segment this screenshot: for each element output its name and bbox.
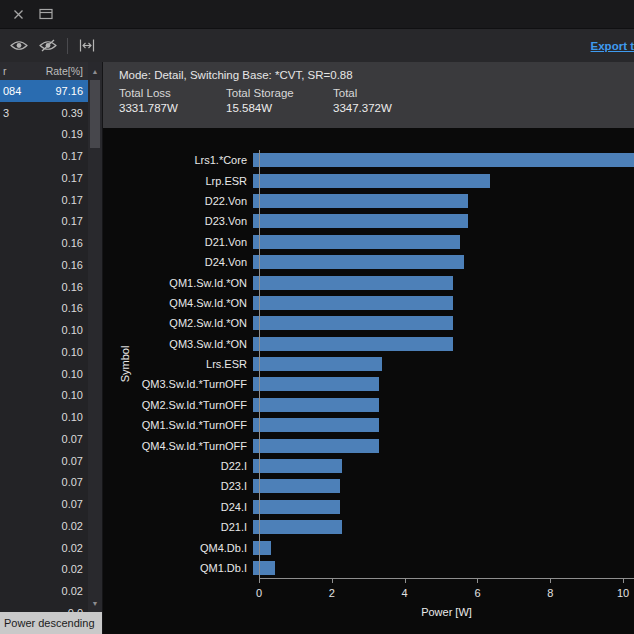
dock-icon[interactable] [38,6,54,22]
loss-table-panel: r Rate[%] 08497.1630.390.190.170.170.170… [0,62,88,634]
table-row[interactable]: 08497.16 [0,80,88,102]
title-bar [0,0,634,28]
table-row[interactable]: 0.17 [0,167,88,189]
bar[interactable] [253,153,634,167]
table-row[interactable]: 0.10 [0,341,88,363]
bar-track [253,398,634,412]
x-tick-marks [259,579,634,583]
main-area: r Rate[%] 08497.1630.390.190.170.170.170… [0,62,634,634]
total-storage-stat: Total Storage 15.584W [226,87,333,114]
table-row[interactable]: 0.10 [0,363,88,385]
bar[interactable] [253,459,342,473]
total-storage-value: 15.584W [226,102,333,114]
table-row[interactable]: 0.02 [0,559,88,581]
x-tick-mark [332,579,333,583]
bar[interactable] [253,357,382,371]
eye-icon[interactable] [9,36,29,56]
table-row[interactable]: 0.07 [0,428,88,450]
rate-cell: 0.02 [32,563,88,575]
total-stat: Total 3347.372W [333,87,440,114]
bar[interactable] [253,561,275,575]
table-row[interactable]: 0.16 [0,232,88,254]
bar-track [253,214,634,228]
table-row[interactable]: 0.10 [0,406,88,428]
bar[interactable] [253,194,468,208]
scroll-up-arrow-icon[interactable]: ▲ [88,64,102,78]
x-tick-mark [405,579,406,583]
bar-label: D23.I [103,480,253,492]
export-link[interactable]: Export t [591,40,634,52]
bar[interactable] [253,337,453,351]
bar[interactable] [253,377,379,391]
bar-label: D24.I [103,501,253,513]
rate-cell: 0.16 [32,237,88,249]
bar-label: QM3.Sw.Id.*TurnOFF [103,378,253,390]
table-row[interactable]: 0.02 [0,515,88,537]
rate-cell: 0.02 [32,585,88,597]
bar[interactable] [253,398,379,412]
scroll-down-arrow-icon[interactable]: ▼ [88,596,102,610]
bar-label: D22.Von [103,195,253,207]
vertical-scrollbar[interactable]: ▲ ▼ [88,62,102,634]
power-bar-chart: Symbol Lrs1.*CoreLrp.ESRD22.VonD23.VonD2… [103,128,634,634]
bar-track [253,418,634,432]
chart-bar-row: Lrs.ESR [103,354,634,374]
bar[interactable] [253,296,453,310]
table-row[interactable]: 0.02 [0,580,88,602]
table-row[interactable]: 30.39 [0,102,88,124]
chart-bar-row: D24.Von [103,252,634,272]
chart-bar-row: D23.I [103,476,634,496]
rate-column-header[interactable]: Rate[%] [32,65,88,77]
bar[interactable] [253,214,468,228]
chart-bar-row: QM1.Sw.Id.*ON [103,272,634,292]
rate-cell: 0.02 [32,542,88,554]
toolbar: Export t [0,28,634,62]
chart-bar-row: QM2.Sw.Id.*ON [103,313,634,333]
chart-bar-row: QM1.Sw.Id.*TurnOFF [103,415,634,435]
chart-bar-row: D21.Von [103,232,634,252]
scrollbar-thumb[interactable] [90,80,100,148]
close-icon[interactable] [10,6,26,22]
table-row[interactable]: 0.16 [0,276,88,298]
power-column-header[interactable]: r [0,65,32,77]
table-row[interactable]: 0.10 [0,319,88,341]
x-tick-label: 2 [329,587,335,599]
table-row[interactable]: 0.17 [0,211,88,233]
bar-label: QM2.Sw.Id.*ON [103,317,253,329]
bar[interactable] [253,255,464,269]
bar[interactable] [253,541,271,555]
table-row[interactable]: 0.17 [0,189,88,211]
table-row[interactable]: 0.07 [0,450,88,472]
table-row[interactable]: 0.16 [0,254,88,276]
table-row[interactable]: 0.10 [0,385,88,407]
bar[interactable] [253,276,453,290]
table-row[interactable]: 0.16 [0,298,88,320]
table-row[interactable]: 0.07 [0,493,88,515]
table-row[interactable]: 0.19 [0,124,88,146]
bar-track [253,337,634,351]
bar[interactable] [253,500,340,514]
rate-cell: 0.10 [32,368,88,380]
table-row[interactable]: 0.07 [0,472,88,494]
rate-cell: 0.10 [32,324,88,336]
bar-track [253,276,634,290]
rate-cell: 0.17 [32,194,88,206]
table-row[interactable]: 0.17 [0,145,88,167]
table-row[interactable]: 0.02 [0,537,88,559]
bar-track [253,561,634,575]
bar-track [253,479,634,493]
bar[interactable] [253,174,490,188]
bar[interactable] [253,316,453,330]
bar-label: D22.I [103,460,253,472]
eye-off-icon[interactable] [38,36,58,56]
bar[interactable] [253,235,460,249]
x-tick-mark [550,579,551,583]
bar[interactable] [253,418,379,432]
fit-width-icon[interactable] [77,36,97,56]
bar[interactable] [253,439,379,453]
bar[interactable] [253,479,340,493]
bar[interactable] [253,520,342,534]
power-cell: 3 [0,107,32,119]
bar-label: D23.Von [103,215,253,227]
total-storage-label: Total Storage [226,87,333,99]
